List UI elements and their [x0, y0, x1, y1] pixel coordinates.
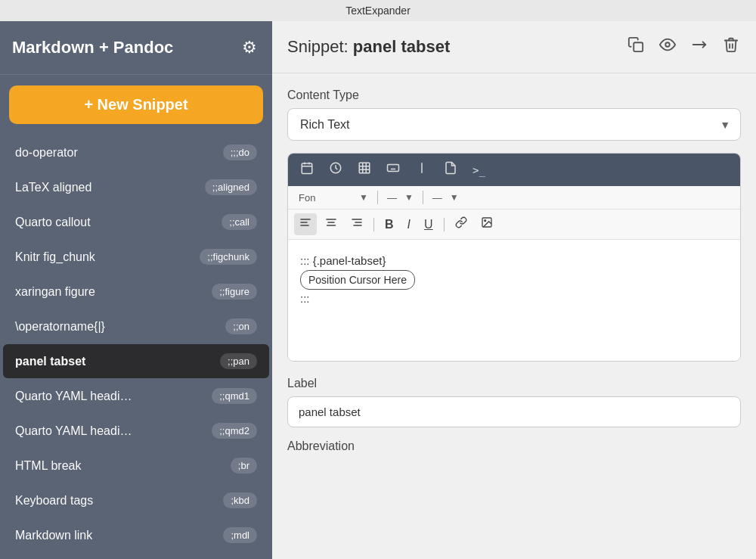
toolbar-row1: >_ [288, 154, 740, 186]
snippet-item-abbr: ;;pan [220, 353, 257, 369]
insert-script-button[interactable]: >_ [468, 159, 490, 181]
snippet-item[interactable]: Quarto YAML headi…;;qmd1 [3, 379, 269, 413]
font-dropdown-button[interactable]: ▼ [356, 190, 371, 205]
svg-rect-0 [634, 42, 643, 51]
snippet-item-name: Keyboard tags [15, 494, 93, 508]
right-panel: Snippet: panel tabset Content Type [272, 21, 756, 559]
sidebar-title: Markdown + Pandoc [12, 38, 173, 57]
sidebar: Markdown + Pandoc ⚙ + New Snippet do-ope… [0, 21, 272, 559]
snippet-item-abbr: ;;aligned [205, 179, 257, 195]
editor-body[interactable]: ::: {.panel-tabset} Position Cursor Here… [288, 240, 740, 361]
font-dropdown-wrapper: Fon ▼ [294, 190, 371, 205]
editor-line3: ::: [300, 290, 728, 308]
snippet-item-abbr: ;mdl [223, 527, 257, 543]
snippet-item-abbr: ;kbd [223, 492, 257, 508]
snippet-item[interactable]: HTML break;br [3, 449, 269, 483]
snippet-item-abbr: ;;figure [212, 284, 257, 300]
label-field-label: Label [287, 377, 741, 390]
size-dropdown-wrapper: — ▼ [384, 190, 417, 205]
size-dropdown-button[interactable]: ▼ [401, 190, 417, 205]
snippet-item[interactable]: LaTeX aligned;;aligned [3, 170, 269, 204]
insert-time-button[interactable] [324, 158, 347, 182]
snippet-item[interactable]: Markdown link;mdl [3, 518, 269, 552]
snippet-item-abbr: ;;qmd1 [212, 388, 257, 404]
font-size-display: — [384, 191, 400, 205]
cursor-placeholder[interactable]: Position Cursor Here [300, 270, 415, 290]
snippet-item-name: panel tabset [15, 355, 85, 368]
content-type-label: Content Type [287, 89, 741, 102]
content-type-select[interactable]: Rich Text Plain Text AppleScript JavaScr… [287, 108, 741, 141]
spacing-display: — [429, 191, 445, 205]
link-button[interactable] [450, 213, 472, 235]
snippet-item-abbr: ;br [231, 458, 257, 474]
snippet-item-name: Quarto YAML headi… [15, 424, 132, 438]
snippet-item-abbr: ;;on [225, 318, 257, 334]
snippet-item[interactable]: Quarto YAML headi…;;qmd2 [3, 414, 269, 448]
app-title: TextExpander [345, 5, 411, 17]
snippet-item[interactable]: Knitr fig_chunk;;figchunk [3, 240, 269, 274]
copy-button[interactable] [626, 35, 646, 59]
insert-keyboard-button[interactable] [382, 158, 404, 182]
snippet-item-name: Quarto YAML headi… [15, 390, 132, 403]
image-button[interactable] [476, 213, 498, 235]
font-name-display: Fon [294, 191, 355, 205]
toolbar-row3: B I U [288, 210, 740, 240]
spacing-dropdown-wrapper: — ▼ [429, 190, 462, 205]
trash-button[interactable] [721, 35, 741, 59]
new-snippet-button[interactable]: + New Snippet [9, 85, 263, 124]
panel-title: Snippet: panel tabset [287, 37, 450, 57]
snippet-item-name: Markdown link [15, 529, 92, 542]
align-left-button[interactable] [294, 213, 317, 235]
spacing-dropdown-button[interactable]: ▼ [447, 190, 462, 205]
align-right-button[interactable] [345, 213, 368, 235]
snippet-item[interactable]: panel tabset;;pan [3, 344, 269, 378]
insert-file-button[interactable] [439, 158, 462, 182]
main-container: Markdown + Pandoc ⚙ + New Snippet do-ope… [0, 21, 756, 559]
align-center-button[interactable] [320, 213, 342, 235]
snippet-item-abbr: ;;;do [223, 144, 257, 160]
editor-container: >_ Fon ▼ — ▼ — [287, 153, 741, 362]
underline-icon: U [424, 218, 433, 231]
svg-point-29 [484, 220, 485, 222]
snippet-item[interactable]: Keyboard tags;kbd [3, 483, 269, 517]
fmt-separator2 [444, 218, 445, 231]
snippet-item-abbr: ;;qmd2 [212, 423, 257, 439]
snippet-item-name: Knitr fig_chunk [15, 250, 95, 264]
snippet-name: panel tabset [353, 37, 450, 56]
editor-line2: Position Cursor Here [300, 270, 728, 290]
snippet-item[interactable]: Quarto callout;;call [3, 205, 269, 239]
title-bar: TextExpander [0, 0, 756, 21]
insert-cursor-button[interactable] [411, 158, 433, 182]
svg-rect-12 [388, 165, 399, 172]
italic-icon: I [407, 218, 411, 231]
bold-button[interactable]: B [380, 214, 399, 235]
underline-button[interactable]: U [419, 214, 438, 235]
snippet-item[interactable]: \operatorname{|};;on [3, 309, 269, 343]
insert-table-button[interactable] [353, 158, 376, 182]
snippet-item-name: do-operator [15, 146, 78, 160]
panel-header: Snippet: panel tabset [272, 21, 756, 73]
label-section: Label Abbreviation [287, 377, 741, 453]
snippet-item[interactable]: xaringan figure;;figure [3, 275, 269, 309]
snippet-item-name: xaringan figure [15, 285, 95, 299]
italic-button[interactable]: I [402, 214, 416, 235]
insert-date-button[interactable] [296, 158, 318, 182]
snippet-item-name: \operatorname{|} [15, 320, 105, 334]
snippet-item-name: HTML break [15, 459, 81, 473]
snippet-item[interactable]: do-operator;;;do [3, 135, 269, 169]
svg-rect-7 [359, 163, 370, 173]
svg-rect-2 [302, 163, 312, 174]
toolbar-separator1 [377, 191, 378, 204]
toolbar-row2: Fon ▼ — ▼ — ▼ [288, 186, 740, 210]
fmt-separator1 [373, 218, 374, 231]
snippet-label: Snippet: [287, 37, 349, 56]
gear-button[interactable]: ⚙ [239, 35, 260, 61]
export-button[interactable] [689, 35, 709, 59]
snippet-item-abbr: ;;call [222, 214, 257, 230]
snippet-item-abbr: ;;figchunk [200, 249, 257, 265]
content-type-wrapper: Rich Text Plain Text AppleScript JavaScr… [287, 108, 741, 141]
svg-point-1 [665, 42, 670, 47]
preview-button[interactable] [658, 35, 677, 59]
abbreviation-label: Abbreviation [287, 439, 741, 453]
label-input[interactable] [287, 396, 741, 427]
